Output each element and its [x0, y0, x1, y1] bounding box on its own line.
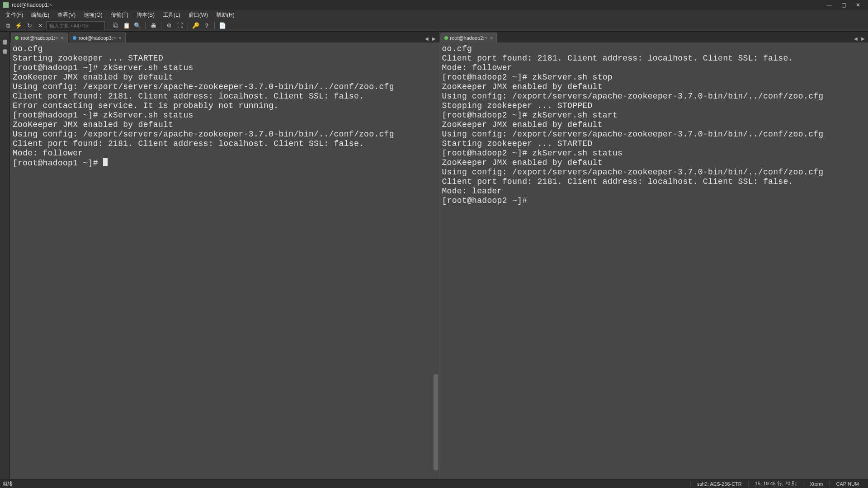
toolbar-separator	[145, 22, 146, 30]
minimize-button[interactable]: —	[822, 0, 836, 9]
menu-transfer[interactable]: 传输(T)	[107, 10, 132, 20]
menu-bar: 文件(F) 编辑(E) 查看(V) 选项(O) 传输(T) 脚本(S) 工具(L…	[0, 10, 868, 20]
cursor-icon	[103, 158, 108, 166]
terminal-output: oo.cfg Starting zookeeper ... STARTED [r…	[13, 44, 394, 168]
terminal-right[interactable]: oo.cfg Client port found: 2181. Client a…	[439, 42, 868, 479]
scrollbar[interactable]	[434, 374, 438, 470]
menu-tools[interactable]: 工具(L)	[159, 10, 184, 20]
tab-nav-right-icon[interactable]: ▶	[860, 34, 866, 42]
disconnect-icon[interactable]: ⨯	[35, 21, 45, 31]
tab-label: root@hadoop2:~	[450, 35, 487, 41]
settings-icon[interactable]: ⚙	[164, 21, 174, 31]
help-icon[interactable]: ?	[202, 21, 212, 31]
host-input[interactable]	[46, 21, 105, 30]
menu-file[interactable]: 文件(F)	[2, 10, 27, 20]
tab-hadoop1[interactable]: root@hadoop1:~ ×	[11, 33, 68, 42]
tab-close-icon[interactable]: ×	[490, 35, 493, 41]
window-titlebar: root@hadoop1:~ — ▢ ✕	[0, 0, 868, 10]
status-cursor-pos: 15, 19 45 行, 70 列	[748, 480, 803, 487]
toolbar-separator	[108, 22, 108, 30]
tab-label: root@hadoop1:~	[21, 35, 58, 41]
right-tabstrip: root@hadoop2:~ × ◀ ▶	[439, 32, 868, 42]
tab-nav-left-icon[interactable]: ◀	[424, 34, 430, 42]
paste-icon[interactable]: 📋	[122, 21, 132, 31]
tab-nav-left-icon[interactable]: ◀	[853, 34, 859, 42]
tab-label: root@hadoop3:~	[79, 35, 116, 41]
maximize-button[interactable]: ▢	[836, 0, 851, 9]
print-icon[interactable]: 🖶	[148, 21, 158, 31]
copy-icon[interactable]: ⿻	[111, 21, 121, 31]
status-term-type: Xterm	[803, 481, 829, 487]
status-dot-icon	[15, 36, 19, 40]
menu-edit[interactable]: 编辑(E)	[28, 10, 53, 20]
key-icon[interactable]: 🔑	[191, 21, 201, 31]
app-icon	[3, 2, 9, 8]
status-dot-icon	[73, 36, 76, 40]
split-panes: root@hadoop1:~ × root@hadoop3:~ × ◀ ▶ oo…	[10, 32, 868, 479]
tab-close-icon[interactable]: ×	[61, 35, 63, 41]
status-caps-num: CAP NUM	[829, 481, 865, 487]
menu-help[interactable]: 帮助(H)	[212, 10, 238, 20]
find-icon[interactable]: 🔍	[132, 21, 142, 31]
reconnect-icon[interactable]: ↻	[24, 21, 34, 31]
tab-hadoop3[interactable]: root@hadoop3:~ ×	[69, 33, 126, 42]
side-tab-strip: 会话管理器 命令管理器	[0, 32, 10, 479]
status-ready: 就绪	[3, 480, 13, 487]
tab-nav-right-icon[interactable]: ▶	[431, 34, 437, 42]
close-button[interactable]: ✕	[851, 0, 865, 9]
toolbar-separator	[161, 22, 161, 30]
quick-connect-icon[interactable]: ⚡	[14, 21, 24, 31]
status-bar: 就绪 ssh2: AES-256-CTR 15, 19 45 行, 70 列 X…	[0, 479, 868, 488]
profile-icon[interactable]: ⛶	[175, 21, 185, 31]
status-dot-icon	[444, 36, 448, 40]
new-session-icon[interactable]: ⧉	[3, 21, 13, 31]
tab-nav: ◀ ▶	[853, 34, 867, 42]
tab-nav: ◀ ▶	[424, 34, 438, 42]
status-connection: ssh2: AES-256-CTR	[690, 481, 748, 487]
script-icon[interactable]: 📄	[217, 21, 227, 31]
tab-close-icon[interactable]: ×	[118, 35, 121, 41]
menu-window[interactable]: 窗口(W)	[185, 10, 212, 20]
toolbar: ⧉ ⚡ ↻ ⨯ ⿻ 📋 🔍 🖶 ⚙ ⛶ 🔑 ? 📄	[0, 20, 868, 32]
side-tab-commands[interactable]: 命令管理器	[2, 43, 8, 49]
window-title: root@hadoop1:~	[12, 2, 822, 8]
terminal-output: oo.cfg Client port found: 2181. Client a…	[442, 44, 824, 205]
left-tabstrip: root@hadoop1:~ × root@hadoop3:~ × ◀ ▶	[10, 32, 439, 42]
side-tab-sessions[interactable]: 会话管理器	[2, 33, 8, 39]
terminal-left[interactable]: oo.cfg Starting zookeeper ... STARTED [r…	[10, 42, 439, 479]
tab-hadoop2[interactable]: root@hadoop2:~ ×	[440, 33, 497, 42]
menu-view[interactable]: 查看(V)	[54, 10, 79, 20]
workspace: 会话管理器 命令管理器 root@hadoop1:~ × root@hadoop…	[0, 32, 868, 479]
left-pane: root@hadoop1:~ × root@hadoop3:~ × ◀ ▶ oo…	[10, 32, 439, 479]
right-pane: root@hadoop2:~ × ◀ ▶ oo.cfg Client port …	[439, 32, 868, 479]
toolbar-separator	[188, 22, 188, 30]
menu-options[interactable]: 选项(O)	[80, 10, 106, 20]
toolbar-separator	[214, 22, 215, 30]
menu-script[interactable]: 脚本(S)	[133, 10, 158, 20]
